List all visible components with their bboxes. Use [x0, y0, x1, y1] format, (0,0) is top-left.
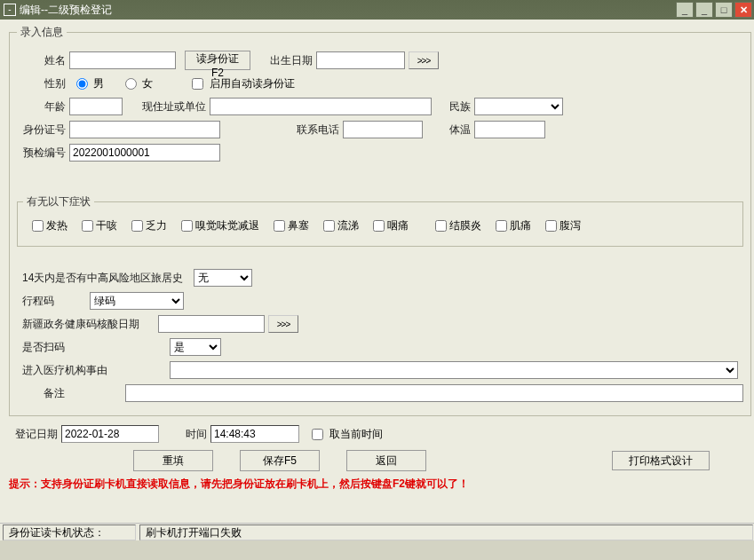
regdate-label: 登记日期 — [9, 427, 58, 442]
hint-text: 提示：支持身份证刷卡机直接读取信息，请先把身份证放在刷卡机上，然后按键盘F2键就… — [9, 475, 745, 495]
symptom-item: 干咳 — [73, 218, 117, 233]
auto-read-checkbox[interactable] — [192, 78, 203, 90]
symptom-label: 流涕 — [337, 218, 359, 233]
title-bar: - 编辑--二级预检登记 _ _ □ ✕ — [0, 0, 754, 20]
birth-input[interactable] — [316, 51, 405, 69]
refill-button[interactable]: 重填 — [133, 450, 213, 471]
system-menu-icon[interactable]: - — [4, 4, 16, 16]
regtime-label: 时间 — [163, 427, 207, 442]
preno-label: 预检编号 — [17, 146, 66, 161]
symptom-item: 腹泻 — [536, 218, 581, 233]
remark-label: 备注 — [17, 386, 70, 401]
symptom-checkbox[interactable] — [323, 220, 335, 232]
regdate-input[interactable] — [61, 425, 159, 443]
gender-label: 性别 — [17, 76, 66, 91]
reason-select[interactable] — [170, 361, 738, 379]
symptom-item: 肌痛 — [487, 218, 531, 233]
status-label: 身份证读卡机状态： — [3, 525, 136, 540]
symptom-label: 结膜炎 — [449, 218, 481, 233]
tripcode-label: 行程码 — [17, 294, 70, 309]
minimize-hidden-button[interactable]: _ — [676, 2, 694, 18]
xjdate-input[interactable] — [158, 315, 265, 333]
idno-input[interactable] — [69, 121, 220, 138]
symptom-legend: 有无以下症状 — [23, 194, 94, 209]
ethnic-label: 民族 — [435, 99, 471, 114]
birth-more-button[interactable]: >>> — [409, 51, 439, 69]
input-info-group: 录入信息 姓名 读身份证F2 出生日期 >>> 性别 男 女 启用自动读身份证 … — [9, 25, 751, 416]
status-value: 刷卡机打开端口失败 — [139, 525, 753, 540]
symptom-checkbox[interactable] — [373, 220, 385, 232]
address-input[interactable] — [210, 98, 432, 115]
takenow-checkbox[interactable] — [312, 429, 323, 440]
reason-label: 进入医疗机构事由 — [17, 363, 115, 378]
input-info-legend: 录入信息 — [17, 25, 67, 40]
symptom-label: 肌痛 — [510, 218, 531, 233]
symptom-item: 乏力 — [123, 218, 167, 233]
idno-label: 身份证号 — [17, 122, 66, 138]
tripcode-select[interactable]: 绿码 — [90, 292, 184, 310]
takenow-label: 取当前时间 — [329, 427, 383, 442]
symptom-checkbox[interactable] — [496, 220, 507, 232]
scan-label: 是否扫码 — [17, 340, 70, 355]
age-label: 年龄 — [17, 99, 66, 114]
symptom-item: 发热 — [23, 218, 67, 233]
symptom-checkbox[interactable] — [181, 220, 193, 232]
name-input[interactable] — [69, 51, 176, 69]
temp-label: 体温 — [426, 122, 471, 138]
client-area: 录入信息 姓名 读身份证F2 出生日期 >>> 性别 男 女 启用自动读身份证 … — [0, 20, 754, 540]
symptom-checkbox[interactable] — [82, 220, 93, 232]
xjdate-label: 新疆政务健康码核酸日期 — [17, 317, 155, 332]
symptom-item: 嗅觉味觉减退 — [172, 218, 259, 233]
name-label: 姓名 — [17, 53, 66, 68]
print-format-button[interactable]: 打印格式设计 — [612, 451, 710, 470]
symptom-label: 鼻塞 — [288, 218, 309, 233]
symptom-checkbox[interactable] — [435, 220, 447, 232]
symptom-label: 咽痛 — [387, 218, 409, 233]
xjdate-more-button[interactable]: >>> — [268, 315, 298, 333]
window-title: 编辑--二级预检登记 — [20, 3, 676, 18]
ethnic-select[interactable] — [474, 98, 563, 115]
symptom-item: 结膜炎 — [414, 218, 481, 233]
travel14-label: 14天内是否有中高风险地区旅居史 — [17, 271, 190, 286]
gender-male-label: 男 — [93, 76, 104, 91]
close-button[interactable]: ✕ — [734, 2, 752, 18]
auto-read-label: 启用自动读身份证 — [210, 76, 295, 91]
scan-select[interactable]: 是 — [170, 338, 221, 356]
preno-input[interactable] — [69, 144, 220, 162]
symptom-item: 流涕 — [314, 218, 359, 233]
symptom-label: 发热 — [46, 218, 67, 233]
birth-label: 出生日期 — [259, 53, 313, 68]
save-button[interactable]: 保存F5 — [240, 450, 320, 471]
symptom-checkbox[interactable] — [274, 220, 285, 232]
status-bar: 身份证读卡机状态： 刷卡机打开端口失败 — [0, 523, 754, 540]
symptom-checkbox[interactable] — [131, 220, 143, 232]
read-id-button[interactable]: 读身份证F2 — [185, 51, 250, 70]
remark-input[interactable] — [125, 384, 743, 402]
gender-female-label: 女 — [142, 76, 153, 91]
gender-female-radio[interactable] — [125, 78, 137, 90]
minimize-button[interactable]: _ — [695, 2, 713, 18]
symptom-row: 发热干咳乏力嗅觉味觉减退鼻塞流涕咽痛结膜炎肌痛腹泻 — [23, 218, 737, 233]
symptom-label: 腹泻 — [560, 218, 581, 233]
symptom-label: 干咳 — [96, 218, 117, 233]
age-input[interactable] — [69, 98, 123, 115]
regtime-input[interactable] — [210, 425, 299, 443]
maximize-button[interactable]: □ — [715, 2, 733, 18]
travel14-select[interactable]: 无 — [194, 269, 252, 287]
symptom-label: 乏力 — [146, 218, 167, 233]
symptom-checkbox[interactable] — [32, 220, 44, 232]
symptom-label: 嗅觉味觉减退 — [195, 218, 259, 233]
symptom-item: 鼻塞 — [265, 218, 309, 233]
temp-input[interactable] — [474, 121, 545, 138]
address-label: 现住址或单位 — [126, 99, 206, 114]
back-button[interactable]: 返回 — [346, 450, 426, 471]
phone-input[interactable] — [343, 121, 423, 138]
gender-male-radio[interactable] — [76, 78, 88, 90]
symptom-checkbox[interactable] — [545, 220, 557, 232]
symptom-item: 咽痛 — [364, 218, 409, 233]
phone-label: 联系电话 — [224, 122, 339, 138]
symptom-group: 有无以下症状 发热干咳乏力嗅觉味觉减退鼻塞流涕咽痛结膜炎肌痛腹泻 — [17, 194, 743, 247]
